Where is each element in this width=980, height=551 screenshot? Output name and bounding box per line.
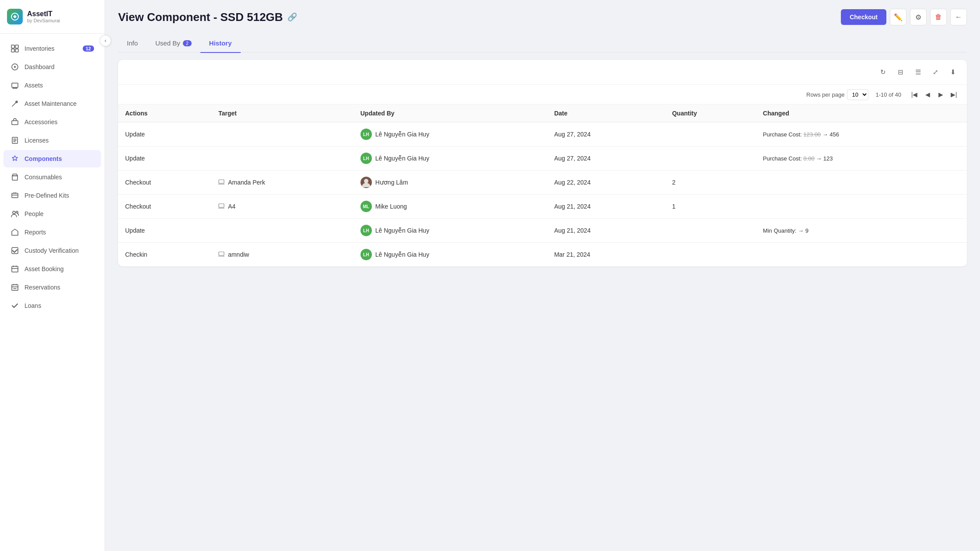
col-changed: Changed [756, 105, 967, 122]
download-icon[interactable]: ⬇ [946, 65, 960, 79]
asset-maintenance-icon [10, 99, 19, 108]
settings-button[interactable]: ⚙ [910, 9, 927, 25]
cell-target [211, 146, 354, 171]
tab-history[interactable]: History [200, 34, 241, 53]
pagination-row: Rows per page 10 25 50 1-10 of 40 |◀ ◀ ▶… [118, 85, 967, 105]
sidebar-item-loans[interactable]: Loans [4, 297, 101, 314]
sidebar-item-reports[interactable]: Reports [4, 223, 101, 241]
rows-per-page-label: Rows per page [806, 91, 844, 98]
sidebar-item-asset-maintenance[interactable]: Asset Maintenance [4, 95, 101, 112]
refresh-icon[interactable]: ↻ [876, 65, 890, 79]
cell-quantity [665, 243, 756, 267]
cell-date: Aug 21, 2024 [547, 195, 665, 219]
expand-icon[interactable]: ⤢ [928, 65, 942, 79]
cell-changed [756, 195, 967, 219]
tab-used-by[interactable]: Used By 2 [147, 34, 200, 53]
columns-icon[interactable]: ⊟ [893, 65, 907, 79]
col-date: Date [547, 105, 665, 122]
rows-per-page-select[interactable]: 10 25 50 [847, 89, 868, 100]
cell-changed [756, 243, 967, 267]
sidebar-item-pre-defined-kits[interactable]: Pre-Defined Kits [4, 187, 101, 204]
cell-date: Aug 27, 2024 [547, 122, 665, 146]
sidebar-item-consumables[interactable]: Consumables [4, 168, 101, 186]
sidebar-item-licenses[interactable]: Licenses [4, 132, 101, 149]
cell-quantity [665, 146, 756, 171]
pre-defined-kits-icon [10, 191, 19, 200]
sidebar-item-asset-booking[interactable]: Asset Booking [4, 260, 101, 278]
cell-date: Aug 21, 2024 [547, 219, 665, 243]
filter-icon[interactable]: ☰ [911, 65, 925, 79]
table-row: CheckoutA4MLMike LuongAug 21, 20241 [118, 195, 967, 219]
cell-changed [756, 171, 967, 195]
cell-action: Update [118, 219, 211, 243]
svg-rect-11 [12, 193, 18, 198]
sidebar-item-label-assets: Assets [24, 82, 43, 89]
reports-icon [10, 228, 19, 237]
sidebar-item-label-reservations: Reservations [24, 284, 60, 291]
sidebar-item-label-pre-defined-kits: Pre-Defined Kits [24, 192, 69, 199]
svg-rect-1 [11, 45, 14, 48]
custody-verification-icon [10, 246, 19, 255]
main-content: View Component - SSD 512GB 🔗 Checkout ✏️… [105, 0, 980, 551]
sidebar-item-label-asset-maintenance: Asset Maintenance [24, 100, 77, 107]
target-name: Amanda Perk [228, 179, 265, 186]
sidebar-item-custody-verification[interactable]: Custody Verification [4, 242, 101, 259]
cell-updated-by: LHLê Nguyễn Gia Huy [354, 122, 547, 146]
sidebar-item-people[interactable]: People [4, 205, 101, 223]
svg-rect-15 [12, 266, 18, 272]
sidebar-item-assets[interactable]: Assets [4, 77, 101, 94]
edit-button[interactable]: ✏️ [890, 9, 906, 25]
sidebar-item-accessories[interactable]: Accessories [4, 113, 101, 131]
prev-page-button[interactable]: ◀ [921, 88, 934, 101]
updated-by-name: Lê Nguyễn Gia Huy [375, 251, 429, 258]
inventories-badge: 12 [83, 45, 94, 52]
col-updated-by: Updated By [354, 105, 547, 122]
cell-action: Checkout [118, 195, 211, 219]
back-button[interactable]: ← [950, 9, 967, 25]
avatar: LH [360, 249, 372, 260]
sidebar-toggle-button[interactable]: ‹ [100, 35, 111, 46]
avatar [360, 177, 372, 188]
tab-info[interactable]: Info [118, 34, 147, 53]
sidebar-item-label-licenses: Licenses [24, 137, 49, 144]
cell-date: Aug 27, 2024 [547, 146, 665, 171]
avatar: ML [360, 201, 372, 212]
table-row: CheckoutAmanda PerkHương LâmAug 22, 2024… [118, 171, 967, 195]
svg-rect-19 [219, 204, 224, 207]
sidebar-item-label-loans: Loans [24, 302, 41, 309]
cell-action: Checkin [118, 243, 211, 267]
used-by-badge: 2 [183, 40, 192, 46]
svg-rect-3 [11, 49, 14, 52]
checkout-button[interactable]: Checkout [841, 9, 886, 25]
avatar: LH [360, 129, 372, 140]
people-icon [10, 209, 19, 218]
last-page-button[interactable]: ▶| [948, 88, 960, 101]
sidebar-item-components[interactable]: Components [4, 150, 101, 167]
cell-updated-by: MLMike Luong [354, 195, 547, 219]
sidebar-item-reservations[interactable]: Reservations [4, 279, 101, 296]
next-page-button[interactable]: ▶ [934, 88, 947, 101]
dashboard-icon [10, 63, 19, 71]
first-page-button[interactable]: |◀ [908, 88, 920, 101]
page-title: View Component - SSD 512GB [118, 10, 283, 24]
cell-target [211, 122, 354, 146]
accessories-icon [10, 118, 19, 126]
header-actions: Checkout ✏️ ⚙ 🗑 ← [841, 9, 967, 25]
table-body: UpdateLHLê Nguyễn Gia HuyAug 27, 2024Pur… [118, 122, 967, 267]
consumables-icon [10, 173, 19, 181]
cell-target [211, 219, 354, 243]
svg-point-6 [14, 66, 16, 68]
pagination-info: 1-10 of 40 [875, 91, 901, 98]
avatar: LH [360, 225, 372, 236]
delete-button[interactable]: 🗑 [930, 9, 947, 25]
app-logo: AssetIT by DevSamurai [0, 0, 105, 34]
sidebar-item-label-asset-booking: Asset Booking [24, 265, 64, 272]
sidebar-item-inventories[interactable]: Inventories12 [4, 40, 101, 57]
cell-target: Amanda Perk [211, 171, 354, 195]
sidebar-item-dashboard[interactable]: Dashboard [4, 58, 101, 76]
cell-updated-by: LHLê Nguyễn Gia Huy [354, 146, 547, 171]
updated-by-name: Lê Nguyễn Gia Huy [375, 131, 429, 138]
asset-booking-icon [10, 265, 19, 273]
cell-changed: Min Quantity: → 9 [756, 219, 967, 243]
link-icon[interactable]: 🔗 [287, 12, 297, 22]
